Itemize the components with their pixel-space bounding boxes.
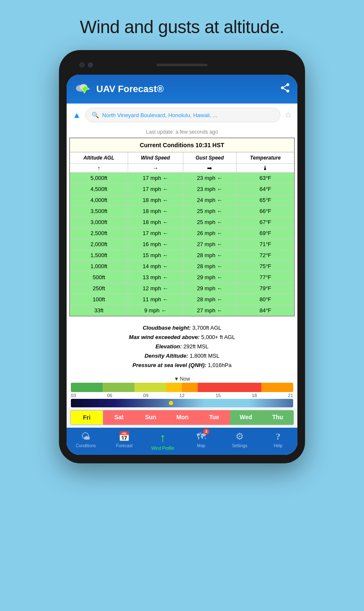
nav-settings[interactable]: ⚙ Settings [227,431,252,451]
forecast-icon: 📅 [118,431,130,442]
cell-wind: 13 mph ← [128,272,183,283]
day-sat[interactable]: Sat [103,410,135,425]
timeline-color-bar[interactable] [71,383,293,392]
phone-frame: UAV Forecast® ▲ 🔍 North Vineyard Bouleva… [59,50,305,463]
svg-line-7 [283,89,286,90]
cell-temp: 64°F [236,184,294,195]
day-fri[interactable]: Fri [70,410,103,425]
location-text: North Vineyard Boulevard, Honolulu, Hawa… [102,112,217,118]
search-icon: 🔍 [92,112,99,118]
cell-gust: 28 mph ← [183,294,236,305]
cell-wind: 16 mph ← [128,239,183,250]
density-info: Density Altitude: 1,800ft MSL [73,351,291,361]
settings-icon: ⚙ [235,431,244,442]
day-tue[interactable]: Tue [198,410,230,425]
cell-gust: 23 mph ← [183,184,236,195]
table-row: 1,500ft 15 mph ← 28 mph ← 72°F [70,250,294,261]
pressure-value: 1,016hPa [208,362,232,368]
map-badge: 3 [203,429,209,434]
column-headers-row: Altitude AGL Wind Speed Gust Speed Tempe… [70,152,294,164]
cell-wind: 17 mph ← [128,228,183,239]
cell-gust: 25 mph ← [183,206,236,217]
svg-point-4 [286,83,289,86]
app-logo-icon [73,80,92,98]
table-row: 2,500ft 17 mph ← 26 mph ← 69°F [70,228,294,239]
timeline-hour-18: 18 [252,393,257,398]
nav-forecast[interactable]: 📅 Forecast [112,431,137,451]
day-sun[interactable]: Sun [135,410,167,425]
cell-gust: 24 mph ← [183,195,236,206]
info-section: Cloudbase height: 3,700ft AGL Max wind e… [67,319,297,374]
conditions-table: Current Conditions 10:31 HST Altitude AG… [69,137,295,317]
table-row: 4,500ft 17 mph ← 23 mph ← 64°F [70,184,294,195]
col-header-gust: Gust Speed [183,152,236,164]
arrow-row: ↑ → ➡ 🌡 [70,164,294,173]
cell-temp: 84°F [236,305,294,317]
cell-gust: 27 mph ← [183,239,236,250]
cell-gust: 28 mph ← [183,261,236,272]
cell-altitude: 250ft [70,283,128,294]
help-icon: ? [276,431,280,442]
app-title-text: UAV Forecast [96,84,157,94]
max-wind-info: Max wind exceeded above: 5,000+ ft AGL [73,333,291,342]
cell-temp: 75°F [236,261,294,272]
cell-altitude: 3,500ft [70,206,128,217]
day-thu[interactable]: Thu [262,410,294,425]
col-header-temp: Temperature [236,152,294,164]
phone-speaker [157,64,207,66]
cell-gust: 29 mph ← [183,272,236,283]
cell-altitude: 500ft [70,272,128,283]
density-value: 1,800ft MSL [190,353,219,359]
timeline-hour-03: 03 [71,393,76,398]
timeline-hour-12: 12 [179,393,185,398]
col-header-wind: Wind Speed [128,152,183,164]
share-icon[interactable] [280,82,291,96]
cell-altitude: 5,000ft [70,173,128,184]
map-badge-wrapper: 🗺 3 [196,431,206,442]
wind-profile-label: Wind Profile [151,446,174,451]
cell-gust: 26 mph ← [183,228,236,239]
cloudbase-value: 3,700ft AGL [192,325,221,331]
cloudbase-info: Cloudbase height: 3,700ft AGL [73,323,291,333]
cell-wind: 14 mph ← [128,261,183,272]
pressure-info: Pressure at sea level (QNH): 1,016hPa [73,361,291,370]
cell-wind: 18 mph ← [128,195,183,206]
cell-wind: 18 mph ← [128,217,183,228]
nav-wind-profile[interactable]: ↑ Wind Profile [150,431,176,451]
cell-wind: 17 mph ← [128,184,183,195]
favorite-icon[interactable]: ☆ [285,110,291,120]
day-selector[interactable]: Fri Sat Sun Mon Tue Wed Thu [70,410,294,425]
nav-conditions[interactable]: 🌤 Conditions [73,431,98,451]
table-header: Current Conditions 10:31 HST [70,138,294,152]
table-row: 3,500ft 18 mph ← 25 mph ← 66°F [70,206,294,217]
cell-temp: 79°F [236,283,294,294]
app-trademark: ® [157,84,164,94]
location-arrow-icon[interactable]: ▲ [73,110,81,120]
timeline-hour-06: 06 [107,393,112,398]
cell-temp: 67°F [236,217,294,228]
nav-help[interactable]: ? Help [266,431,291,451]
sun-position [169,401,173,405]
cell-wind: 17 mph ← [128,173,183,184]
table-body: 5,000ft 17 mph ← 23 mph ← 63°F 4,500ft 1… [70,173,294,317]
cell-altitude: 3,000ft [70,217,128,228]
timeline-hour-21: 21 [288,393,293,398]
camera-right [88,62,93,67]
cell-gust: 27 mph ← [183,305,236,317]
search-box[interactable]: 🔍 North Vineyard Boulevard, Honolulu, Ha… [85,108,280,122]
elevation-value: 292ft MSL [183,343,208,350]
conditions-label: Conditions [76,443,96,448]
conditions-icon: 🌤 [81,431,90,442]
cell-temp: 72°F [236,250,294,261]
cell-gust: 25 mph ← [183,217,236,228]
day-wed[interactable]: Wed [230,410,262,425]
table-row: 5,000ft 17 mph ← 23 mph ← 63°F [70,173,294,184]
wind-profile-icon: ↑ [160,431,166,445]
app-logo: UAV Forecast® [73,80,164,98]
nav-map[interactable]: 🗺 3 Map [188,431,214,451]
last-update: Last update: a few seconds ago [67,126,297,137]
col-header-altitude: Altitude AGL [70,152,128,164]
svg-point-6 [286,90,289,92]
table-row: 100ft 11 mph ← 28 mph ← 80°F [70,294,294,305]
day-mon[interactable]: Mon [167,410,199,425]
